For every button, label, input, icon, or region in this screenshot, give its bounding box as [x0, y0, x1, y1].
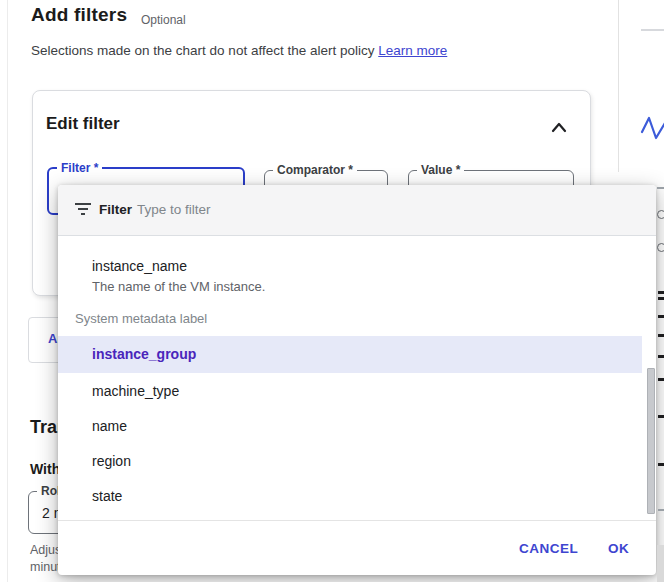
clipped-content-fragment: [657, 187, 664, 189]
clipped-content-fragment: [658, 509, 664, 511]
page-subtitle: Selections made on the chart do not affe…: [31, 43, 447, 58]
panel-left-border: [7, 0, 8, 582]
subtitle-text: Selections made on the chart do not affe…: [31, 43, 374, 58]
edit-filter-title: Edit filter: [46, 114, 120, 134]
dropdown-footer-divider: [58, 520, 656, 521]
filter-dropdown-panel: Filter Type to filter instance_name The …: [58, 185, 656, 575]
clipped-content-fragment: [658, 334, 664, 337]
dropdown-option-instance-name[interactable]: instance_name: [92, 258, 187, 274]
clipped-content-fragment: [658, 463, 664, 466]
ok-button[interactable]: OK: [608, 541, 629, 556]
clipped-content-fragment: [657, 243, 664, 252]
clipped-content-fragment: [658, 355, 664, 358]
dropdown-option-instance-name-description: The name of the VM instance.: [92, 279, 265, 294]
clipped-content-fragment: [658, 415, 664, 418]
dropdown-group-system-metadata-label: System metadata label: [75, 311, 207, 326]
dropdown-scrollbar-thumb[interactable]: [647, 368, 655, 514]
learn-more-link[interactable]: Learn more: [378, 43, 447, 58]
clipped-content-fragment: [658, 291, 664, 294]
filter-list-icon: [75, 203, 91, 215]
dropdown-option-instance-group-label: instance_group: [92, 346, 196, 362]
dropdown-option-name[interactable]: name: [92, 418, 127, 434]
filter-field-label: Filter *: [57, 161, 102, 175]
value-field-label: Value *: [417, 163, 464, 177]
content-divider-line: [618, 0, 619, 172]
dropdown-option-machine-type[interactable]: machine_type: [92, 383, 179, 399]
dropdown-option-state[interactable]: state: [92, 488, 122, 504]
collapse-chevron-up-icon[interactable]: [548, 117, 570, 139]
dropdown-filter-label: Filter: [99, 202, 132, 217]
page-title: Add filters: [31, 4, 127, 26]
clipped-content-fragment: [657, 210, 664, 219]
page-title-optional-badge: Optional: [141, 13, 186, 27]
chart-axis-fragment: [641, 29, 664, 31]
comparator-field-label: Comparator *: [273, 163, 357, 177]
dropdown-option-instance-group[interactable]: instance_group: [58, 336, 642, 373]
dropdown-filter-header[interactable]: Filter Type to filter: [58, 185, 656, 236]
clipped-content-fragment: [658, 315, 664, 318]
clipped-content-fragment: [658, 378, 664, 381]
dropdown-option-region[interactable]: region: [92, 453, 131, 469]
dropdown-filter-placeholder: Type to filter: [137, 202, 211, 217]
cancel-button[interactable]: CANCEL: [519, 541, 578, 556]
chart-sparkline-fragment: [636, 110, 664, 146]
add-filters-page: Add filters Optional Selections made on …: [0, 0, 664, 582]
clipped-page-scrollbar-fragment: [657, 545, 664, 582]
clipped-content-fragment: [658, 297, 664, 300]
